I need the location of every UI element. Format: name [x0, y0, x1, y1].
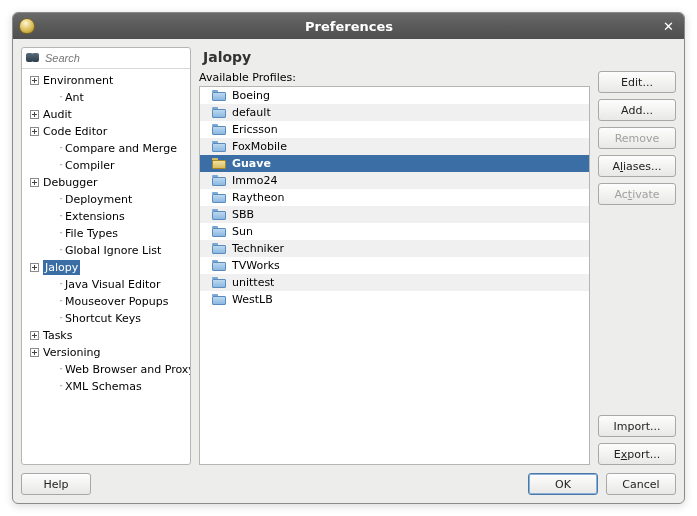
- tree-item-label: Web Browser and Proxy: [65, 362, 190, 377]
- profile-name: Raytheon: [232, 191, 284, 204]
- tree-item[interactable]: ··File Types: [24, 225, 188, 242]
- profiles-label: Available Profiles:: [199, 71, 590, 86]
- tree-item-label: Code Editor: [43, 124, 107, 139]
- profile-item[interactable]: default: [200, 104, 589, 121]
- main-row: Environment··AntAuditCode Editor··Compar…: [21, 47, 676, 465]
- folder-icon: [212, 277, 226, 288]
- search-input[interactable]: [43, 51, 186, 65]
- tree-item[interactable]: ··Java Visual Editor: [24, 276, 188, 293]
- profile-item[interactable]: unittest: [200, 274, 589, 291]
- profile-item[interactable]: Sun: [200, 223, 589, 240]
- tree-leaf-icon: ··: [50, 294, 61, 309]
- tree-item[interactable]: Environment: [24, 72, 188, 89]
- binoculars-icon: [26, 52, 39, 64]
- help-button[interactable]: Help: [21, 473, 91, 495]
- tree-item-label: Versioning: [43, 345, 100, 360]
- tree-leaf-icon: ··: [50, 90, 61, 105]
- profile-item[interactable]: Techniker: [200, 240, 589, 257]
- profile-name: Boeing: [232, 89, 270, 102]
- tree-item[interactable]: Code Editor: [24, 123, 188, 140]
- folder-icon: [212, 260, 226, 271]
- profile-item[interactable]: Raytheon: [200, 189, 589, 206]
- tree-item[interactable]: ··Ant: [24, 89, 188, 106]
- expand-icon[interactable]: [30, 110, 39, 119]
- tree-item-label: Jalopy: [43, 260, 80, 275]
- tree-leaf-icon: ··: [50, 209, 61, 224]
- expand-icon[interactable]: [30, 263, 39, 272]
- tree-item[interactable]: Debugger: [24, 174, 188, 191]
- expand-icon[interactable]: [30, 76, 39, 85]
- profile-name: Immo24: [232, 174, 277, 187]
- tree-item-label: Global Ignore List: [65, 243, 161, 258]
- ok-button[interactable]: OK: [528, 473, 598, 495]
- search-row: [22, 48, 190, 69]
- panel-title: Jalopy: [199, 47, 676, 71]
- tree-leaf-icon: ··: [50, 192, 61, 207]
- buttons-column: Edit... Add... Remove Aliases... Activat…: [598, 71, 676, 465]
- tree-item[interactable]: ··Compare and Merge: [24, 140, 188, 157]
- content-panel: Jalopy Available Profiles: Boeingdefault…: [199, 47, 676, 465]
- tree-item[interactable]: ··Mouseover Popups: [24, 293, 188, 310]
- tree-item[interactable]: ··Web Browser and Proxy: [24, 361, 188, 378]
- profile-name: FoxMobile: [232, 140, 287, 153]
- profile-item[interactable]: TVWorks: [200, 257, 589, 274]
- folder-icon: [212, 175, 226, 186]
- tree-item[interactable]: ··Compiler: [24, 157, 188, 174]
- tree-item-label: Compare and Merge: [65, 141, 177, 156]
- profile-item[interactable]: SBB: [200, 206, 589, 223]
- edit-button[interactable]: Edit...: [598, 71, 676, 93]
- profiles-list[interactable]: BoeingdefaultEricssonFoxMobileGuaveImmo2…: [199, 86, 590, 465]
- folder-icon: [212, 158, 226, 169]
- folder-icon: [212, 107, 226, 118]
- folder-icon: [212, 124, 226, 135]
- profile-item[interactable]: FoxMobile: [200, 138, 589, 155]
- folder-icon: [212, 226, 226, 237]
- tree-item[interactable]: ··Global Ignore List: [24, 242, 188, 259]
- expand-icon[interactable]: [30, 127, 39, 136]
- import-button[interactable]: Import...: [598, 415, 676, 437]
- category-tree[interactable]: Environment··AntAuditCode Editor··Compar…: [22, 69, 190, 464]
- close-icon[interactable]: ✕: [659, 19, 678, 34]
- profile-name: TVWorks: [232, 259, 280, 272]
- tree-leaf-icon: ··: [50, 243, 61, 258]
- preferences-window: Preferences ✕ Environment··AntAuditCode …: [12, 12, 685, 504]
- tree-item[interactable]: Audit: [24, 106, 188, 123]
- profile-item[interactable]: Guave: [200, 155, 589, 172]
- profile-name: Ericsson: [232, 123, 278, 136]
- expand-icon[interactable]: [30, 331, 39, 340]
- expand-icon[interactable]: [30, 348, 39, 357]
- tree-item-label: File Types: [65, 226, 118, 241]
- profile-item[interactable]: Boeing: [200, 87, 589, 104]
- cancel-button[interactable]: Cancel: [606, 473, 676, 495]
- tree-item-label: Environment: [43, 73, 113, 88]
- export-button[interactable]: Export...: [598, 443, 676, 465]
- tree-item-label: Tasks: [43, 328, 72, 343]
- folder-icon: [212, 209, 226, 220]
- tree-item[interactable]: Tasks: [24, 327, 188, 344]
- tree-leaf-icon: ··: [50, 226, 61, 241]
- folder-icon: [212, 243, 226, 254]
- folder-icon: [212, 192, 226, 203]
- tree-item-label: Audit: [43, 107, 72, 122]
- profiles-column: Available Profiles: BoeingdefaultEricsso…: [199, 71, 590, 465]
- tree-leaf-icon: ··: [50, 362, 61, 377]
- tree-item[interactable]: ··XML Schemas: [24, 378, 188, 395]
- tree-item-label: Debugger: [43, 175, 97, 190]
- content-inner: Available Profiles: BoeingdefaultEricsso…: [199, 71, 676, 465]
- tree-item[interactable]: ··Shortcut Keys: [24, 310, 188, 327]
- tree-leaf-icon: ··: [50, 379, 61, 394]
- tree-item[interactable]: Jalopy: [24, 259, 188, 276]
- tree-item-label: Deployment: [65, 192, 132, 207]
- profile-item[interactable]: Ericsson: [200, 121, 589, 138]
- add-button[interactable]: Add...: [598, 99, 676, 121]
- profile-name: WestLB: [232, 293, 273, 306]
- tree-item-label: Mouseover Popups: [65, 294, 168, 309]
- aliases-button[interactable]: Aliases...: [598, 155, 676, 177]
- tree-leaf-icon: ··: [50, 277, 61, 292]
- tree-item[interactable]: ··Deployment: [24, 191, 188, 208]
- tree-item[interactable]: Versioning: [24, 344, 188, 361]
- expand-icon[interactable]: [30, 178, 39, 187]
- profile-item[interactable]: WestLB: [200, 291, 589, 308]
- profile-item[interactable]: Immo24: [200, 172, 589, 189]
- tree-item[interactable]: ··Extensions: [24, 208, 188, 225]
